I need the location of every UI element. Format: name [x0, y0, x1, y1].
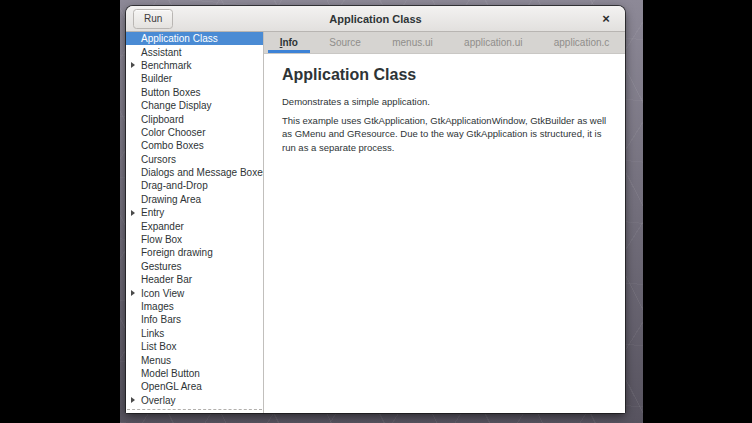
- sidebar-item-header-bar[interactable]: Header Bar: [126, 273, 263, 286]
- sidebar-item-label: Cursors: [141, 154, 176, 165]
- sidebar-item-label: Application Class: [141, 33, 218, 44]
- sidebar-item-color-chooser[interactable]: Color Chooser: [126, 126, 263, 139]
- sidebar-item-combo-boxes[interactable]: Combo Boxes: [126, 139, 263, 152]
- sidebar-item-benchmark[interactable]: Benchmark: [126, 59, 263, 72]
- tab-label: menus.ui: [392, 37, 433, 48]
- sidebar-item-cursors[interactable]: Cursors: [126, 153, 263, 166]
- sidebar-item-label: Drag-and-Drop: [141, 180, 208, 191]
- sidebar-item-label: Foreign drawing: [141, 247, 213, 258]
- sidebar-item-label: Menus: [141, 355, 171, 366]
- sidebar-item-button-boxes[interactable]: Button Boxes: [126, 86, 263, 99]
- sidebar-item-label: Change Display: [141, 100, 212, 111]
- sidebar-item-label: List Box: [141, 341, 177, 352]
- tab-label: application.c: [554, 37, 610, 48]
- expander-arrow-icon[interactable]: [131, 62, 135, 68]
- sidebar-item-model-button[interactable]: Model Button: [126, 367, 263, 380]
- sidebar-item-dialogs-and-message-boxes[interactable]: Dialogs and Message Boxes: [126, 166, 263, 179]
- sidebar-item-list-box[interactable]: List Box: [126, 340, 263, 353]
- sidebar-item-label: Entry: [141, 207, 164, 218]
- sidebar-item-overlay[interactable]: Overlay: [126, 394, 263, 407]
- sidebar-item-drawing-area[interactable]: Drawing Area: [126, 193, 263, 206]
- tab-bar: InfoSourcemenus.uiapplication.uiapplicat…: [264, 32, 625, 54]
- tab-application-c[interactable]: application.c: [538, 32, 625, 53]
- sidebar-item-flow-box[interactable]: Flow Box: [126, 233, 263, 246]
- sidebar-item-label: Color Chooser: [141, 127, 205, 138]
- sidebar-item-label: Expander: [141, 221, 184, 232]
- content-column: InfoSourcemenus.uiapplication.uiapplicat…: [264, 32, 625, 413]
- sidebar-item-entry[interactable]: Entry: [126, 206, 263, 219]
- sidebar-item-clipboard[interactable]: Clipboard: [126, 112, 263, 125]
- sidebar-item-label: Links: [141, 328, 164, 339]
- tab-label: Source: [329, 37, 361, 48]
- sidebar-item-label: Drawing Area: [141, 194, 201, 205]
- sidebar-item-label: Overlay: [141, 395, 175, 406]
- sidebar-item-label: Images: [141, 301, 174, 312]
- expander-arrow-icon[interactable]: [131, 290, 135, 296]
- sidebar-item-label: Button Boxes: [141, 87, 200, 98]
- sidebar-item-label: Assistant: [141, 47, 182, 58]
- run-button[interactable]: Run: [133, 9, 173, 29]
- sidebar-item-links[interactable]: Links: [126, 327, 263, 340]
- close-button[interactable]: ×: [598, 11, 614, 27]
- sidebar-list: Application ClassAssistantBenchmarkBuild…: [126, 32, 264, 413]
- page-title: Application Class: [282, 66, 607, 84]
- sidebar-item-change-display[interactable]: Change Display: [126, 99, 263, 112]
- app-window: Run Application Class × Application Clas…: [126, 6, 625, 413]
- expander-arrow-icon[interactable]: [131, 210, 135, 216]
- sidebar-item-builder[interactable]: Builder: [126, 72, 263, 85]
- close-icon: ×: [602, 11, 610, 26]
- tab-info[interactable]: Info: [264, 32, 314, 53]
- window-title: Application Class: [126, 13, 625, 25]
- sidebar-item-label: Icon View: [141, 288, 184, 299]
- main-area: Application ClassAssistantBenchmarkBuild…: [126, 32, 625, 413]
- sidebar-item-info-bars[interactable]: Info Bars: [126, 313, 263, 326]
- sidebar-item-label: Header Bar: [141, 274, 192, 285]
- demo-details: This example uses GtkApplication, GtkApp…: [282, 114, 607, 155]
- sidebar-item-gestures[interactable]: Gestures: [126, 260, 263, 273]
- header-bar: Run Application Class ×: [126, 6, 625, 32]
- content-pane: Application Class Demonstrates a simple …: [264, 54, 625, 413]
- sidebar-item-images[interactable]: Images: [126, 300, 263, 313]
- sidebar-item-label: Benchmark: [141, 60, 192, 71]
- sidebar-item-expander[interactable]: Expander: [126, 219, 263, 232]
- sidebar-item-assistant[interactable]: Assistant: [126, 45, 263, 58]
- tab-application-ui[interactable]: application.ui: [448, 32, 538, 53]
- sidebar-item-label: OpenGL Area: [141, 381, 202, 392]
- sidebar-item-label: Clipboard: [141, 114, 184, 125]
- tab-source[interactable]: Source: [314, 32, 377, 53]
- sidebar-item-label: Model Button: [141, 368, 200, 379]
- sidebar-item-foreign-drawing[interactable]: Foreign drawing: [126, 246, 263, 259]
- sidebar-item-label: Flow Box: [141, 234, 182, 245]
- tab-label: application.ui: [464, 37, 522, 48]
- sidebar-item-icon-view[interactable]: Icon View: [126, 286, 263, 299]
- sidebar-item-drag-and-drop[interactable]: Drag-and-Drop: [126, 179, 263, 192]
- sidebar-item-application-class[interactable]: Application Class: [126, 32, 263, 45]
- sidebar-item-opengl-area[interactable]: OpenGL Area: [126, 380, 263, 393]
- sidebar-item-label: Info Bars: [141, 314, 181, 325]
- sidebar-item-label: Dialogs and Message Boxes: [141, 167, 264, 178]
- sidebar-item-label: Combo Boxes: [141, 140, 204, 151]
- sidebar-item-menus[interactable]: Menus: [126, 353, 263, 366]
- tab-menus-ui[interactable]: menus.ui: [377, 32, 449, 53]
- tab-label: Info: [280, 37, 298, 48]
- demo-summary: Demonstrates a simple application.: [282, 95, 607, 109]
- expander-arrow-icon[interactable]: [131, 397, 135, 403]
- sidebar-item-label: Gestures: [141, 261, 182, 272]
- sidebar-item-label: Builder: [141, 73, 172, 84]
